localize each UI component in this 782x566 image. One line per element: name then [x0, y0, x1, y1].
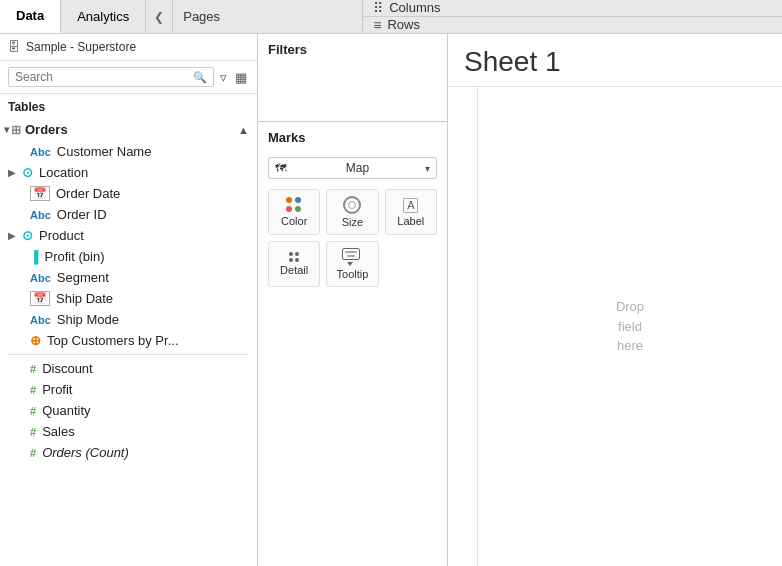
field-location[interactable]: ▶ ⊙ Location	[0, 162, 257, 183]
columns-shelf: ⠿ Columns	[363, 0, 782, 17]
field-order-id[interactable]: Abc Order ID	[0, 204, 257, 225]
field-profit-bin[interactable]: ▐ Profit (bin)	[0, 246, 257, 267]
size-mark-button[interactable]: Size	[326, 189, 378, 235]
marks-section: Marks 🗺 Map ▾	[258, 122, 447, 566]
right-panel: Filters Marks 🗺 Map ▾	[258, 34, 782, 566]
filters-section: Filters	[258, 34, 447, 122]
field-profit[interactable]: # Profit	[0, 379, 257, 400]
middle-section: Filters Marks 🗺 Map ▾	[258, 34, 782, 566]
marks-buttons-grid: Color Size	[258, 185, 447, 291]
marks-header: Marks	[258, 122, 447, 151]
map-icon: 🗺	[275, 162, 286, 174]
field-sales[interactable]: # Sales	[0, 421, 257, 442]
tab-bar: Data Analytics ❮ Pages ⠿ Columns ≡ Rows	[0, 0, 782, 34]
abc-type-icon4: Abc	[30, 314, 51, 326]
measure-icon-count: #	[30, 447, 36, 459]
detail-mark-button[interactable]: Detail	[268, 241, 320, 287]
search-input-wrapper[interactable]: 🔍	[8, 67, 214, 87]
field-list: ▾ ⊞ Orders ▲ Abc Customer Name ▶ ⊙ Locat…	[0, 118, 257, 566]
size-mark-icon	[343, 196, 361, 214]
filter-icon[interactable]: ▿	[218, 68, 229, 87]
filters-marks-panel: Filters Marks 🗺 Map ▾	[258, 34, 448, 566]
date-type-icon2: 📅	[30, 291, 50, 306]
field-order-date[interactable]: 📅 Order Date	[0, 183, 257, 204]
measure-icon-sales: #	[30, 426, 36, 438]
bar-type-icon: ▐	[30, 250, 39, 264]
drop-field-text: Drop field here	[616, 297, 644, 356]
view-canvas: Drop field here	[448, 87, 782, 566]
tooltip-mark-icon	[342, 248, 362, 266]
filters-body	[258, 63, 447, 113]
label-mark-button[interactable]: A Label	[385, 189, 437, 235]
collapse-panel-button[interactable]: ❮	[146, 10, 172, 24]
main-layout: 🗄 Sample - Superstore 🔍 ▿ ▦ Tables ▾ ⊞ O…	[0, 34, 782, 566]
marks-dropdown-label: Map	[346, 161, 369, 175]
orders-label: Orders	[25, 122, 68, 137]
measures-divider	[8, 354, 249, 355]
orders-expand-row[interactable]: ▾ ⊞ Orders ▲	[0, 118, 257, 141]
field-orders-count[interactable]: # Orders (Count)	[0, 442, 257, 463]
tooltip-mark-button[interactable]: Tooltip	[326, 241, 378, 287]
view-toggle-icon[interactable]: ▦	[233, 68, 249, 87]
field-top-customers[interactable]: ⊕ Top Customers by Pr...	[0, 330, 257, 351]
canvas-drop-area[interactable]: Drop field here	[478, 87, 782, 566]
abc-type-icon2: Abc	[30, 209, 51, 221]
abc-type-icon: Abc	[30, 146, 51, 158]
table-grid-icon: ⊞	[11, 123, 21, 137]
field-customer-name[interactable]: Abc Customer Name	[0, 141, 257, 162]
field-ship-mode[interactable]: Abc Ship Mode	[0, 309, 257, 330]
columns-icon: ⠿	[373, 0, 383, 16]
orders-chevron-icon: ▾	[4, 124, 9, 135]
tab-analytics[interactable]: Analytics	[61, 0, 146, 33]
location-expand-icon: ▶	[8, 167, 18, 178]
field-product[interactable]: ▶ ⊙ Product	[0, 225, 257, 246]
tables-label: Tables	[0, 94, 257, 118]
dropdown-chevron-icon: ▾	[425, 163, 430, 174]
pages-shelf-label: Pages	[173, 0, 363, 33]
product-expand-icon: ▶	[8, 230, 18, 241]
search-icon: 🔍	[193, 71, 207, 84]
filters-header: Filters	[258, 34, 447, 63]
view-area: Sheet 1 Drop field here	[448, 34, 782, 566]
geo-type-icon2: ⊙	[22, 228, 33, 243]
field-discount[interactable]: # Discount	[0, 358, 257, 379]
detail-mark-icon	[289, 252, 299, 262]
scroll-up-button[interactable]: ▲	[238, 124, 249, 136]
field-quantity[interactable]: # Quantity	[0, 400, 257, 421]
date-type-icon: 📅	[30, 186, 50, 201]
datasource-name: Sample - Superstore	[26, 40, 136, 54]
geo-type-icon: ⊙	[22, 165, 33, 180]
measure-icon-profit: #	[30, 384, 36, 396]
field-segment[interactable]: Abc Segment	[0, 267, 257, 288]
abc-type-icon3: Abc	[30, 272, 51, 284]
measure-icon-discount: #	[30, 363, 36, 375]
rows-icon: ≡	[373, 17, 381, 33]
search-bar: 🔍 ▿ ▦	[0, 61, 257, 94]
left-panel: 🗄 Sample - Superstore 🔍 ▿ ▦ Tables ▾ ⊞ O…	[0, 34, 258, 566]
tab-data[interactable]: Data	[0, 0, 61, 33]
datasource-row: 🗄 Sample - Superstore	[0, 34, 257, 61]
sheet-title: Sheet 1	[448, 34, 782, 87]
color-mark-icon	[286, 197, 302, 213]
marks-type-dropdown[interactable]: 🗺 Map ▾	[268, 157, 437, 179]
param-type-icon: ⊕	[30, 333, 41, 348]
field-ship-date[interactable]: 📅 Ship Date	[0, 288, 257, 309]
color-mark-button[interactable]: Color	[268, 189, 320, 235]
rows-shelf: ≡ Rows	[363, 17, 782, 34]
search-input[interactable]	[15, 70, 193, 84]
left-axis	[448, 87, 478, 566]
measure-icon-quantity: #	[30, 405, 36, 417]
label-mark-icon: A	[403, 198, 418, 213]
datasource-icon: 🗄	[8, 40, 20, 54]
